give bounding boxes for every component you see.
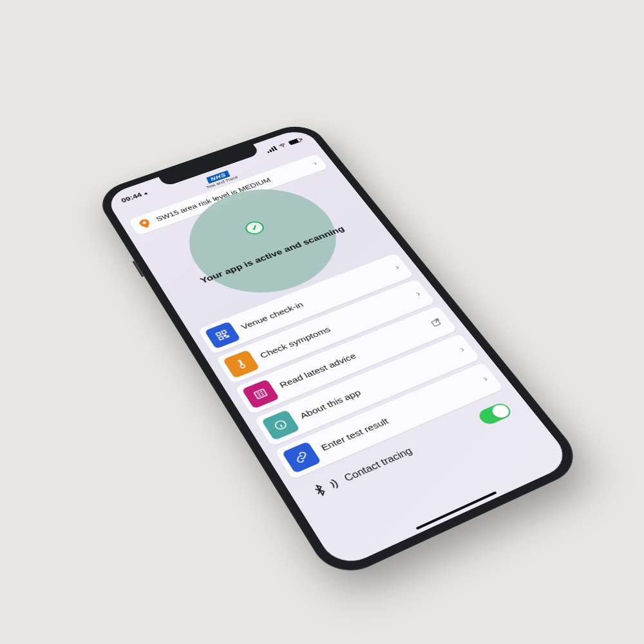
menu-label: Read latest advice bbox=[278, 352, 358, 390]
therm-icon bbox=[223, 350, 260, 378]
svg-point-0 bbox=[283, 147, 285, 147]
news-icon bbox=[242, 379, 279, 409]
bluetooth-icon bbox=[309, 482, 330, 499]
menu-label: Check symptoms bbox=[258, 325, 332, 361]
menu-label: About this app bbox=[298, 388, 363, 421]
svg-rect-2 bbox=[216, 332, 221, 336]
chevron-right-icon: › bbox=[393, 263, 401, 272]
svg-point-5 bbox=[240, 364, 245, 368]
screen: 09:44 ◂ NHS Test and Trace SW15 area ri bbox=[104, 127, 574, 571]
qr-icon bbox=[204, 321, 240, 349]
chevron-right-icon: › bbox=[457, 345, 466, 354]
svg-rect-3 bbox=[222, 330, 227, 334]
contact-tracing-toggle[interactable] bbox=[476, 401, 514, 426]
phone-frame: 09:44 ◂ NHS Test and Trace SW15 area ri bbox=[93, 120, 588, 583]
info-icon bbox=[261, 410, 300, 440]
svg-point-8 bbox=[274, 419, 287, 430]
menu-label: Enter test result bbox=[319, 416, 390, 453]
chevron-right-icon: › bbox=[311, 160, 319, 167]
location-pin-icon bbox=[137, 218, 153, 229]
chevron-right-icon: › bbox=[413, 289, 422, 298]
menu-label: Venue check-in bbox=[240, 300, 305, 331]
broadcast-icon bbox=[327, 477, 341, 491]
svg-rect-7 bbox=[431, 319, 440, 327]
link-icon bbox=[282, 441, 322, 473]
svg-rect-4 bbox=[218, 336, 223, 340]
external-link-icon bbox=[428, 317, 444, 328]
chevron-right-icon: › bbox=[480, 374, 490, 384]
svg-rect-6 bbox=[254, 389, 267, 399]
